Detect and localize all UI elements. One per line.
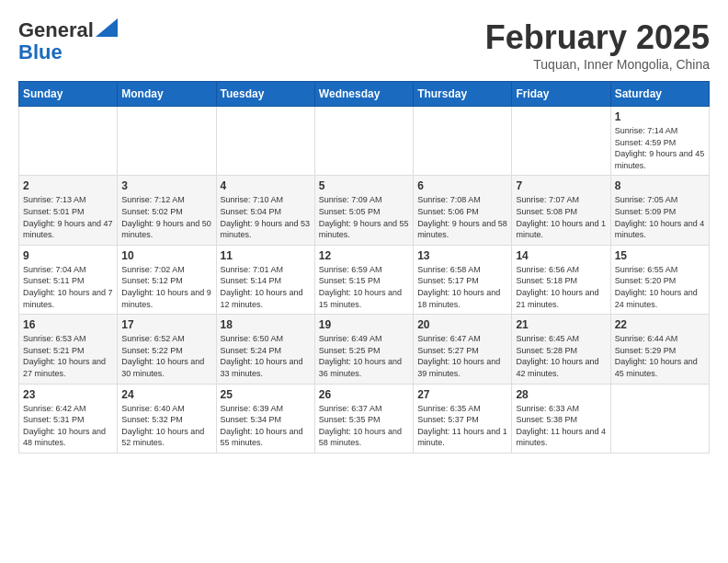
- calendar-cell: 23Sunrise: 6:42 AM Sunset: 5:31 PM Dayli…: [19, 384, 118, 453]
- calendar-cell: 24Sunrise: 6:40 AM Sunset: 5:32 PM Dayli…: [118, 384, 216, 453]
- calendar-cell: [314, 107, 413, 176]
- day-number: 24: [121, 388, 211, 401]
- day-number: 2: [23, 179, 113, 192]
- month-title: February 2025: [485, 18, 710, 57]
- day-info: Sunrise: 7:05 AM Sunset: 5:09 PM Dayligh…: [615, 194, 705, 240]
- calendar-cell: [118, 107, 216, 176]
- day-number: 25: [221, 388, 311, 401]
- calendar-week-row: 1Sunrise: 7:14 AM Sunset: 4:59 PM Daylig…: [19, 107, 710, 176]
- day-info: Sunrise: 7:14 AM Sunset: 4:59 PM Dayligh…: [615, 125, 705, 171]
- day-number: 21: [516, 318, 606, 331]
- location: Tuquan, Inner Mongolia, China: [485, 57, 710, 72]
- day-number: 16: [23, 318, 113, 331]
- day-number: 13: [417, 249, 507, 262]
- calendar-cell: 12Sunrise: 6:59 AM Sunset: 5:15 PM Dayli…: [314, 245, 413, 314]
- calendar-cell: [19, 107, 118, 176]
- day-number: 5: [319, 179, 409, 192]
- day-info: Sunrise: 6:47 AM Sunset: 5:27 PM Dayligh…: [417, 333, 507, 379]
- logo-general: General: [18, 18, 94, 41]
- day-info: Sunrise: 6:35 AM Sunset: 5:37 PM Dayligh…: [417, 403, 507, 449]
- calendar-cell: [610, 384, 709, 453]
- day-info: Sunrise: 6:44 AM Sunset: 5:29 PM Dayligh…: [615, 333, 705, 379]
- day-info: Sunrise: 7:10 AM Sunset: 5:04 PM Dayligh…: [221, 194, 311, 240]
- weekday-header: Sunday: [19, 82, 118, 107]
- calendar-cell: 9Sunrise: 7:04 AM Sunset: 5:11 PM Daylig…: [19, 245, 118, 314]
- calendar-cell: 4Sunrise: 7:10 AM Sunset: 5:04 PM Daylig…: [216, 176, 314, 245]
- day-number: 26: [319, 388, 409, 401]
- day-number: 7: [516, 179, 606, 192]
- day-info: Sunrise: 7:01 AM Sunset: 5:14 PM Dayligh…: [221, 264, 311, 310]
- calendar-cell: 17Sunrise: 6:52 AM Sunset: 5:22 PM Dayli…: [118, 315, 216, 384]
- day-info: Sunrise: 6:58 AM Sunset: 5:17 PM Dayligh…: [417, 264, 507, 310]
- day-number: 28: [516, 388, 606, 401]
- calendar-cell: 7Sunrise: 7:07 AM Sunset: 5:08 PM Daylig…: [512, 176, 610, 245]
- calendar-week-row: 23Sunrise: 6:42 AM Sunset: 5:31 PM Dayli…: [19, 384, 710, 453]
- day-info: Sunrise: 6:49 AM Sunset: 5:25 PM Dayligh…: [319, 333, 409, 379]
- calendar-cell: 8Sunrise: 7:05 AM Sunset: 5:09 PM Daylig…: [610, 176, 709, 245]
- title-block: February 2025 Tuquan, Inner Mongolia, Ch…: [485, 18, 710, 72]
- calendar-cell: 18Sunrise: 6:50 AM Sunset: 5:24 PM Dayli…: [216, 315, 314, 384]
- day-info: Sunrise: 6:33 AM Sunset: 5:38 PM Dayligh…: [516, 403, 606, 449]
- day-info: Sunrise: 6:52 AM Sunset: 5:22 PM Dayligh…: [121, 333, 211, 379]
- calendar-cell: 28Sunrise: 6:33 AM Sunset: 5:38 PM Dayli…: [512, 384, 610, 453]
- calendar-cell: 21Sunrise: 6:45 AM Sunset: 5:28 PM Dayli…: [512, 315, 610, 384]
- weekday-header: Friday: [512, 82, 610, 107]
- calendar-header-row: SundayMondayTuesdayWednesdayThursdayFrid…: [19, 82, 710, 107]
- day-number: 15: [615, 249, 705, 262]
- day-number: 8: [615, 179, 705, 192]
- calendar-cell: 26Sunrise: 6:37 AM Sunset: 5:35 PM Dayli…: [314, 384, 413, 453]
- calendar-week-row: 9Sunrise: 7:04 AM Sunset: 5:11 PM Daylig…: [19, 245, 710, 314]
- logo-icon: [96, 18, 118, 37]
- logo: General Blue: [18, 18, 118, 63]
- calendar-cell: 15Sunrise: 6:55 AM Sunset: 5:20 PM Dayli…: [610, 245, 709, 314]
- calendar-cell: 27Sunrise: 6:35 AM Sunset: 5:37 PM Dayli…: [414, 384, 512, 453]
- calendar-cell: 11Sunrise: 7:01 AM Sunset: 5:14 PM Dayli…: [216, 245, 314, 314]
- day-info: Sunrise: 6:42 AM Sunset: 5:31 PM Dayligh…: [23, 403, 113, 449]
- weekday-header: Thursday: [414, 82, 512, 107]
- weekday-header: Tuesday: [216, 82, 314, 107]
- weekday-header: Wednesday: [314, 82, 413, 107]
- day-number: 9: [23, 249, 113, 262]
- day-number: 22: [615, 318, 705, 331]
- calendar-cell: 16Sunrise: 6:53 AM Sunset: 5:21 PM Dayli…: [19, 315, 118, 384]
- calendar-cell: 22Sunrise: 6:44 AM Sunset: 5:29 PM Dayli…: [610, 315, 709, 384]
- day-number: 11: [221, 249, 311, 262]
- day-info: Sunrise: 6:37 AM Sunset: 5:35 PM Dayligh…: [319, 403, 409, 449]
- day-info: Sunrise: 7:13 AM Sunset: 5:01 PM Dayligh…: [23, 194, 113, 240]
- calendar-cell: 1Sunrise: 7:14 AM Sunset: 4:59 PM Daylig…: [610, 107, 709, 176]
- calendar-cell: 3Sunrise: 7:12 AM Sunset: 5:02 PM Daylig…: [118, 176, 216, 245]
- day-number: 4: [221, 179, 311, 192]
- day-number: 18: [221, 318, 311, 331]
- day-info: Sunrise: 7:07 AM Sunset: 5:08 PM Dayligh…: [516, 194, 606, 240]
- day-info: Sunrise: 7:12 AM Sunset: 5:02 PM Dayligh…: [121, 194, 211, 240]
- calendar-cell: [414, 107, 512, 176]
- calendar-cell: 19Sunrise: 6:49 AM Sunset: 5:25 PM Dayli…: [314, 315, 413, 384]
- day-number: 27: [417, 388, 507, 401]
- day-number: 1: [615, 110, 705, 123]
- day-number: 6: [417, 179, 507, 192]
- day-number: 12: [319, 249, 409, 262]
- svg-marker-0: [96, 18, 118, 37]
- day-info: Sunrise: 6:40 AM Sunset: 5:32 PM Dayligh…: [121, 403, 211, 449]
- calendar-cell: 13Sunrise: 6:58 AM Sunset: 5:17 PM Dayli…: [414, 245, 512, 314]
- day-number: 20: [417, 318, 507, 331]
- day-number: 10: [121, 249, 211, 262]
- day-info: Sunrise: 6:45 AM Sunset: 5:28 PM Dayligh…: [516, 333, 606, 379]
- day-number: 17: [121, 318, 211, 331]
- logo-blue: Blue: [18, 40, 63, 63]
- calendar-cell: 25Sunrise: 6:39 AM Sunset: 5:34 PM Dayli…: [216, 384, 314, 453]
- day-info: Sunrise: 7:02 AM Sunset: 5:12 PM Dayligh…: [121, 264, 211, 310]
- day-info: Sunrise: 6:39 AM Sunset: 5:34 PM Dayligh…: [221, 403, 311, 449]
- calendar-cell: 14Sunrise: 6:56 AM Sunset: 5:18 PM Dayli…: [512, 245, 610, 314]
- day-info: Sunrise: 6:53 AM Sunset: 5:21 PM Dayligh…: [23, 333, 113, 379]
- calendar-cell: 20Sunrise: 6:47 AM Sunset: 5:27 PM Dayli…: [414, 315, 512, 384]
- calendar-cell: 6Sunrise: 7:08 AM Sunset: 5:06 PM Daylig…: [414, 176, 512, 245]
- day-info: Sunrise: 6:50 AM Sunset: 5:24 PM Dayligh…: [221, 333, 311, 379]
- calendar-week-row: 2Sunrise: 7:13 AM Sunset: 5:01 PM Daylig…: [19, 176, 710, 245]
- day-info: Sunrise: 7:09 AM Sunset: 5:05 PM Dayligh…: [319, 194, 409, 240]
- day-info: Sunrise: 7:08 AM Sunset: 5:06 PM Dayligh…: [417, 194, 507, 240]
- day-number: 23: [23, 388, 113, 401]
- weekday-header: Monday: [118, 82, 216, 107]
- calendar-table: SundayMondayTuesdayWednesdayThursdayFrid…: [18, 81, 710, 454]
- day-info: Sunrise: 6:56 AM Sunset: 5:18 PM Dayligh…: [516, 264, 606, 310]
